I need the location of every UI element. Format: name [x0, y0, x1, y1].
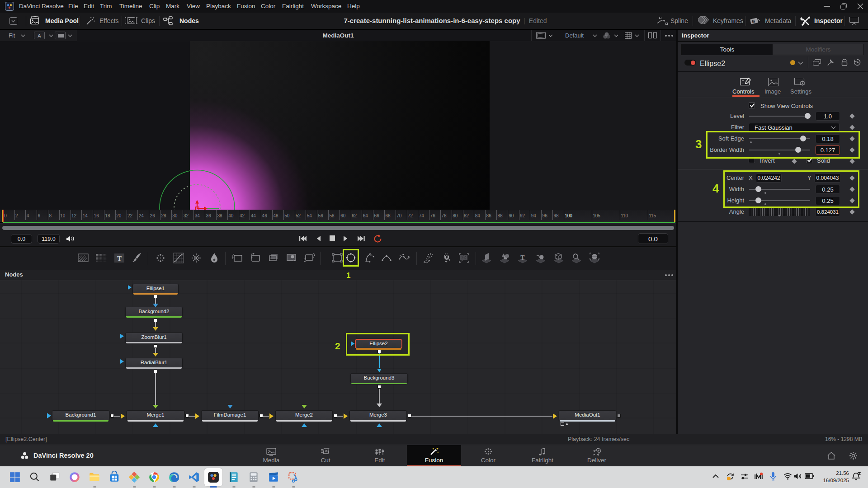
svg-text:T: T [117, 255, 122, 262]
svg-text:T: T [520, 254, 525, 261]
